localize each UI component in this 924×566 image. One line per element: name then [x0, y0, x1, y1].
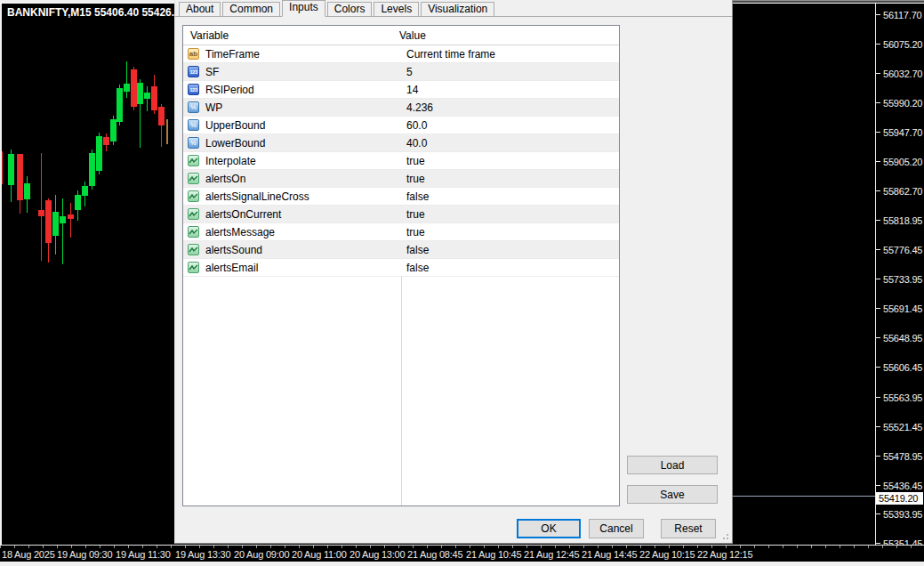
variable-name: UpperBound	[205, 119, 265, 132]
time-axis-label: 21 Aug 08:45	[407, 549, 462, 560]
variable-name: WP	[205, 101, 222, 114]
boolean-type-icon	[188, 226, 199, 238]
input-row-RSIPeriod[interactable]: 123RSIPeriod14	[183, 81, 619, 99]
metatrader-screen: BANKNIFTY,M15 55406.40 55426.00 554 5611…	[0, 0, 924, 566]
inputs-table: Variable Value abTimeFrameCurrent time f…	[182, 25, 620, 506]
column-header-variable: Variable	[183, 29, 394, 42]
variable-name: TimeFrame	[205, 48, 260, 61]
ok-button[interactable]: OK	[517, 519, 581, 538]
column-header-value: Value	[394, 29, 426, 42]
input-row-alertsSound[interactable]: alertsSoundfalse	[183, 241, 619, 259]
variable-value[interactable]: true	[401, 155, 425, 167]
time-axis[interactable]: 18 Aug 202519 Aug 09:3019 Aug 11:3019 Au…	[0, 546, 924, 562]
time-axis-ticks	[0, 546, 924, 548]
variable-value[interactable]: 40.0	[401, 137, 427, 150]
variable-cell: ½UpperBound	[183, 119, 401, 132]
input-row-Interpolate[interactable]: Interpolatetrue	[183, 152, 619, 170]
boolean-type-icon	[188, 190, 199, 202]
save-button[interactable]: Save	[627, 485, 718, 504]
window-top-border-left	[0, 0, 174, 4]
price-axis-label: 55990.20	[876, 97, 922, 109]
variable-name: alertsEmail	[205, 262, 258, 274]
double-type-icon: ½	[188, 119, 199, 131]
price-axis-label: 56032.70	[876, 68, 922, 80]
time-axis-label: 20 Aug 11:00	[292, 549, 347, 560]
variable-value[interactable]: 14	[401, 84, 418, 96]
variable-value[interactable]: true	[401, 208, 425, 221]
time-axis-label: 19 Aug 11:30	[116, 549, 171, 560]
tab-visualization[interactable]: Visualization	[421, 2, 494, 16]
input-row-WP[interactable]: ½WP4.236	[183, 99, 619, 117]
time-axis-label: 19 Aug 09:30	[57, 549, 112, 560]
time-axis-label: 22 Aug 12:15	[697, 549, 752, 560]
current-price-label: 55419.20	[876, 492, 923, 505]
variable-value[interactable]: false	[401, 190, 429, 203]
integer-type-icon: 123	[188, 66, 199, 77]
variable-value[interactable]: true	[401, 173, 425, 185]
variable-value[interactable]: false	[401, 244, 429, 256]
integer-type-icon: 123	[188, 84, 199, 95]
boolean-type-icon	[188, 262, 199, 273]
variable-value[interactable]: 60.0	[401, 119, 427, 132]
variable-value[interactable]: false	[401, 262, 429, 274]
variable-cell: alertsSound	[183, 244, 401, 256]
resize-grip[interactable]	[719, 530, 728, 539]
variable-cell: alertsOnCurrent	[183, 208, 401, 221]
time-axis-label: 21 Aug 14:45	[582, 549, 637, 560]
price-axis-label: 55776.45	[876, 244, 922, 256]
price-axis-label: 55648.95	[876, 332, 922, 344]
price-axis-label: 56075.20	[876, 38, 922, 51]
boolean-type-icon	[188, 173, 199, 184]
variable-cell: alertsOn	[183, 173, 401, 185]
indicator-properties-dialog: AboutCommonInputsColorsLevelsVisualizati…	[174, 0, 733, 544]
variable-cell: 123SF	[183, 66, 401, 78]
tab-colors[interactable]: Colors	[327, 2, 373, 16]
time-axis-label: 20 Aug 09:00	[234, 549, 289, 560]
tab-common[interactable]: Common	[222, 2, 280, 16]
input-row-SF[interactable]: 123SF5	[183, 63, 619, 81]
variable-name: RSIPeriod	[205, 84, 254, 96]
price-axis-label: 55862.70	[876, 185, 922, 198]
cancel-button[interactable]: Cancel	[589, 519, 644, 538]
input-row-alertsOnCurrent[interactable]: alertsOnCurrenttrue	[183, 206, 619, 223]
input-row-LowerBound[interactable]: ½LowerBound40.0	[183, 134, 619, 152]
string-type-icon: ab	[188, 48, 199, 60]
variable-value[interactable]: 4.236	[401, 101, 433, 114]
price-axis-label: 55478.95	[876, 450, 922, 463]
price-axis-label: 55436.45	[876, 480, 922, 492]
input-row-alertsMessage[interactable]: alertsMessagetrue	[183, 223, 619, 241]
price-axis-label: 55818.95	[876, 214, 922, 227]
variable-cell: alertsEmail	[183, 262, 401, 274]
input-row-alertsEmail[interactable]: alertsEmailfalse	[183, 259, 619, 277]
price-axis[interactable]: 56117.7056075.2056032.7055990.2055947.70…	[875, 4, 924, 545]
tab-about[interactable]: About	[179, 2, 221, 16]
time-axis-label: 21 Aug 12:45	[524, 549, 579, 560]
price-axis-label: 56117.70	[876, 9, 921, 21]
price-axis-label: 55393.95	[876, 508, 922, 521]
tab-inputs[interactable]: Inputs	[282, 0, 325, 17]
input-row-UpperBound[interactable]: ½UpperBound60.0	[183, 117, 619, 134]
variable-name: LowerBound	[205, 137, 265, 150]
variable-value[interactable]: true	[401, 226, 425, 239]
reset-button[interactable]: Reset	[661, 519, 716, 538]
variable-value[interactable]: 5	[401, 66, 413, 78]
boolean-type-icon	[188, 244, 199, 255]
window-bottom-border	[0, 562, 924, 566]
price-axis-label: 55905.20	[876, 156, 922, 168]
input-row-alertsOn[interactable]: alertsOntrue	[183, 170, 619, 188]
variable-name: Interpolate	[205, 155, 256, 167]
table-header-row: Variable Value	[183, 26, 619, 45]
variable-cell: ½WP	[183, 101, 401, 114]
variable-name: alertsOnCurrent	[205, 208, 281, 221]
time-axis-label: 20 Aug 13:00	[350, 549, 405, 560]
tab-levels[interactable]: Levels	[374, 2, 419, 16]
variable-value[interactable]: Current time frame	[401, 48, 495, 61]
input-row-TimeFrame[interactable]: abTimeFrameCurrent time frame	[183, 45, 619, 63]
variable-name: SF	[205, 66, 219, 78]
dialog-tab-bar: AboutCommonInputsColorsLevelsVisualizati…	[175, 0, 732, 17]
variable-name: alertsSound	[205, 244, 262, 256]
price-axis-label: 55521.45	[876, 421, 922, 433]
variable-cell: ½LowerBound	[183, 137, 401, 150]
input-row-alertsSignalLineCross[interactable]: alertsSignalLineCrossfalse	[183, 188, 619, 206]
load-button[interactable]: Load	[627, 456, 718, 474]
